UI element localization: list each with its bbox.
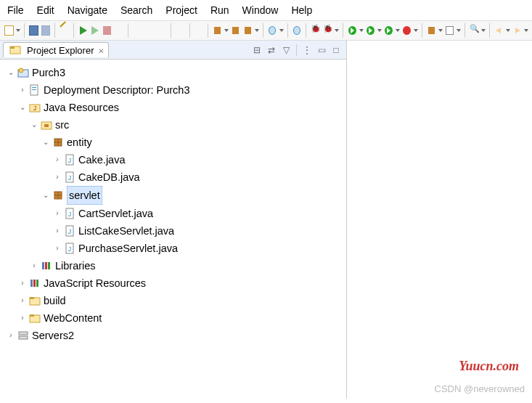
dropdown-icon[interactable] — [481, 29, 486, 32]
save-icon[interactable] — [28, 25, 39, 36]
expand-icon[interactable]: ⌄ — [17, 99, 28, 116]
save-all-icon[interactable] — [41, 25, 52, 36]
tree-node-java-file[interactable]: › J PurchaseServlet.java — [6, 240, 346, 257]
folder-icon — [29, 295, 41, 306]
dropdown-icon[interactable] — [335, 29, 339, 32]
dropdown-icon[interactable] — [506, 29, 510, 32]
expand-icon[interactable]: › — [6, 327, 16, 344]
wand-icon[interactable] — [59, 25, 70, 36]
step-return-icon[interactable] — [157, 25, 168, 36]
new-package-icon[interactable] — [426, 25, 437, 36]
tree-node-build[interactable]: › build — [6, 292, 346, 309]
server-profile-icon[interactable] — [242, 25, 253, 36]
expand-icon[interactable]: › — [52, 205, 62, 222]
tree-node-js-resources[interactable]: › JavaScript Resources — [6, 274, 346, 292]
server-icon[interactable] — [212, 25, 223, 36]
disconnect-icon[interactable] — [114, 25, 125, 36]
collapse-all-icon[interactable]: ⊟ — [251, 44, 263, 56]
expand-icon[interactable]: › — [17, 81, 28, 99]
project-explorer-tab[interactable]: Project Explorer × — [3, 42, 109, 57]
expand-icon[interactable]: › — [52, 240, 62, 257]
step-over-icon[interactable] — [144, 25, 155, 36]
dropdown-icon[interactable] — [255, 29, 259, 32]
menu-file[interactable]: File — [7, 4, 24, 16]
dropdown-icon[interactable] — [396, 29, 400, 32]
filter-icon[interactable]: ▽ — [280, 44, 292, 56]
menu-run[interactable]: Run — [210, 4, 229, 16]
tree-node-java-file[interactable]: › J ListCakeServlet.java — [6, 222, 346, 240]
browser-icon[interactable] — [267, 25, 278, 36]
external-tools-icon[interactable] — [401, 25, 412, 36]
tree-node-webcontent[interactable]: › WebContent — [6, 309, 346, 327]
dropdown-icon[interactable] — [279, 29, 283, 32]
tree-node-java-file[interactable]: › J Cake.java — [6, 151, 346, 168]
expand-icon[interactable]: › — [52, 151, 62, 168]
svg-rect-1 — [10, 46, 15, 49]
menu-edit[interactable]: Edit — [37, 4, 54, 16]
expand-icon[interactable]: › — [17, 309, 28, 327]
menu-navigate[interactable]: Navigate — [67, 4, 107, 16]
search-icon[interactable] — [469, 25, 480, 36]
menu-project[interactable]: Project — [165, 4, 197, 16]
dropdown-icon[interactable] — [524, 29, 528, 32]
tree-node-dd[interactable]: › Deployment Descriptor: Purch3 — [6, 81, 346, 99]
minimize-icon[interactable]: ▭ — [316, 44, 327, 56]
dropdown-icon[interactable] — [359, 29, 364, 32]
servers-icon — [17, 330, 29, 341]
step-into-icon[interactable] — [132, 25, 143, 36]
tree-node-java-resources[interactable]: ⌄ J Java Resources — [6, 99, 346, 116]
tree-node-servers[interactable]: › Servers2 — [6, 327, 346, 344]
separator — [171, 23, 171, 38]
dropdown-icon[interactable] — [224, 29, 229, 32]
step-filter-icon[interactable] — [194, 25, 205, 36]
maximize-icon[interactable]: □ — [330, 44, 342, 56]
tree-node-package-entity[interactable]: ⌄ entity — [6, 134, 346, 151]
link-editor-icon[interactable]: ⇄ — [266, 44, 277, 56]
dropdown-icon[interactable] — [377, 29, 382, 32]
new-icon[interactable] — [4, 25, 15, 36]
dropdown-icon[interactable] — [438, 29, 443, 32]
close-icon[interactable]: × — [98, 45, 104, 56]
menu-search[interactable]: Search — [120, 4, 152, 16]
tree-node-src[interactable]: ⌄ src — [6, 116, 346, 134]
web-icon[interactable] — [292, 25, 303, 36]
separator — [287, 23, 288, 38]
menu-window[interactable]: Window — [242, 4, 279, 16]
tree-node-java-file[interactable]: › J CakeDB.java — [6, 168, 346, 186]
run-icon[interactable] — [347, 25, 358, 36]
new-class-icon[interactable] — [444, 25, 455, 36]
expand-icon[interactable]: › — [52, 222, 62, 240]
dropdown-icon[interactable] — [16, 29, 20, 32]
dropdown-icon[interactable] — [457, 29, 461, 32]
resume-icon[interactable] — [78, 25, 89, 36]
dropdown-icon[interactable] — [414, 29, 418, 32]
expand-icon[interactable]: ⌄ — [6, 64, 16, 81]
svg-rect-27 — [42, 262, 44, 269]
separator — [343, 23, 343, 38]
tree-node-java-file[interactable]: › J CartServlet.java — [6, 205, 346, 222]
menu-help[interactable]: Help — [291, 4, 312, 16]
tree-node-package-servlet[interactable]: ⌄ servlet — [6, 186, 346, 205]
expand-icon[interactable]: ⌄ — [41, 187, 51, 204]
back-icon[interactable] — [494, 25, 504, 36]
suspend-icon[interactable] — [89, 25, 100, 36]
view-menu-icon[interactable]: ⋮ — [301, 44, 313, 56]
java-file-icon: J — [64, 171, 75, 183]
expand-icon[interactable]: › — [52, 168, 62, 186]
expand-icon[interactable]: › — [17, 274, 28, 292]
forward-icon[interactable] — [512, 25, 523, 36]
watermark-site: Yuucn.com — [459, 359, 519, 374]
publish-icon[interactable] — [230, 25, 241, 36]
debug-icon[interactable] — [322, 25, 333, 36]
tree-node-libraries[interactable]: › Libraries — [6, 257, 346, 274]
run-last-icon[interactable] — [365, 25, 376, 36]
tree-node-project[interactable]: ⌄ Purch3 — [6, 64, 346, 81]
expand-icon[interactable]: › — [29, 257, 39, 274]
drop-frame-icon[interactable] — [175, 25, 186, 36]
stop-icon[interactable] — [102, 25, 112, 36]
expand-icon[interactable]: ⌄ — [41, 134, 51, 151]
expand-icon[interactable]: › — [17, 292, 28, 309]
expand-icon[interactable]: ⌄ — [29, 116, 39, 134]
debug-last-icon[interactable] — [310, 25, 321, 36]
coverage-icon[interactable] — [383, 25, 394, 36]
